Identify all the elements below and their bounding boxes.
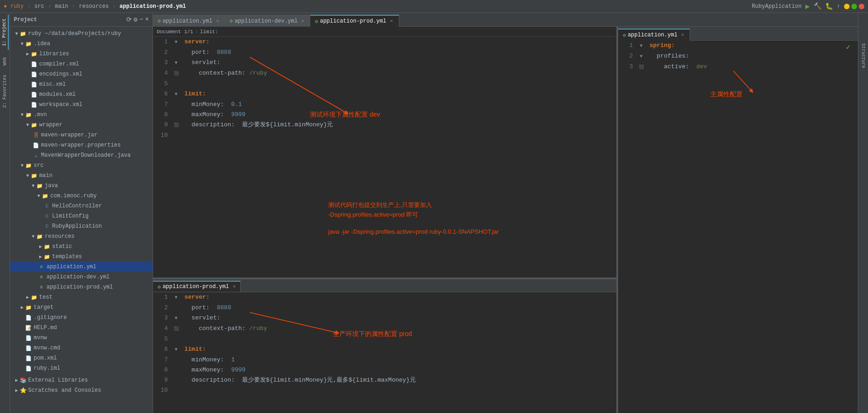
- tree-item-ruby-iml[interactable]: 📄 ruby.iml: [10, 363, 153, 373]
- bottom-tab-prod-yml[interactable]: ⚙ application-prod.yml ×: [153, 281, 241, 292]
- tree-label-main: main: [39, 172, 53, 179]
- top-code-area[interactable]: 1 ▼ server: 2 port: 8888: [153, 37, 616, 277]
- file-icon-app-prod-yml: ⚙: [38, 283, 45, 291]
- tree-arrow-main: ▼: [25, 173, 30, 178]
- gutter-fold-r2: ▼: [640, 54, 643, 59]
- tree-item-gitignore[interactable]: 📄 .gitignore: [10, 313, 153, 323]
- right-code-area[interactable]: ✓ 1 ▼ spring: 2 ▼ profiles:: [618, 41, 858, 413]
- tree-label-app-dev-yml: application-dev.yml: [47, 274, 110, 280]
- tree-item-static[interactable]: ▶ 📁 static: [10, 242, 153, 252]
- minimize-sidebar-icon[interactable]: −: [139, 16, 143, 24]
- right-pane: ⚙ application.yml × ✓ 1 ▼ spring:: [618, 27, 858, 413]
- tree-label-src: src: [34, 162, 44, 169]
- tree-item-app-dev-yml[interactable]: ⚙ application-dev.yml: [10, 272, 153, 282]
- tree-item-libraries[interactable]: ▶ 📁 libraries: [10, 49, 153, 59]
- tree-item-rubyapp[interactable]: C RubyApplication: [10, 221, 153, 231]
- sidebar: Project ⟳ ⚙ − × ▼ 📁 ruby ~/data/deaProje…: [10, 13, 153, 413]
- sidebar-header: Project ⟳ ⚙ − ×: [10, 13, 153, 27]
- tree-item-templates[interactable]: ▶ 📁 templates: [10, 252, 153, 262]
- tree-item-modules-xml[interactable]: 📄 modules.xml: [10, 89, 153, 100]
- tree-item-workspace-xml[interactable]: 📄 workspace.xml: [10, 100, 153, 110]
- breadcrumb-bar: Document 1/1 › limit:: [153, 27, 616, 37]
- tab-right-close[interactable]: ×: [681, 32, 685, 38]
- tree-arrow-wrapper: ▼: [25, 123, 30, 128]
- tab-right-app-yml[interactable]: ⚙ application.yml ×: [618, 29, 690, 41]
- bottom-tab-close[interactable]: ×: [233, 284, 236, 289]
- build-button[interactable]: 🔨: [814, 2, 821, 10]
- tree-item-pkg[interactable]: ▼ 📁 com.imooc.ruby: [10, 191, 153, 201]
- tree-item-mvnw-cmd[interactable]: 📄 mvnw.cmd: [10, 343, 153, 353]
- tree-item-app-yml[interactable]: ⚙ application.yml: [10, 262, 153, 272]
- tab-application-dev-yml[interactable]: ⚙ application-dev.yml ×: [225, 15, 310, 27]
- tree-item-app-prod-yml[interactable]: ⚙ application-prod.yml: [10, 282, 153, 292]
- tab-application-yml[interactable]: ⚙ application.yml ×: [153, 15, 225, 27]
- minimize-btn[interactable]: [844, 4, 850, 9]
- tab-close-app-yml[interactable]: ×: [216, 18, 219, 24]
- tree-item-misc-xml[interactable]: 📄 misc.xml: [10, 79, 153, 89]
- tree-item-maven-jar[interactable]: 🗄 maven-wrapper.jar: [10, 130, 153, 140]
- tree-root[interactable]: ▼ 📁 ruby ~/data/deaProjects/ruby: [10, 29, 153, 39]
- gutter-marker-r3: ⬛: [639, 65, 644, 70]
- title-main: main: [55, 3, 68, 10]
- tree-item-limitconfig[interactable]: C LimitConfig: [10, 211, 153, 221]
- vtab-favorites[interactable]: 2: Favorites: [1, 71, 8, 112]
- tree-item-wrapper[interactable]: ▼ 📁 wrapper: [10, 120, 153, 130]
- tree-item-src[interactable]: ▼ 📁 src: [10, 160, 153, 171]
- code-line-9: 9 ⬛ description: 最少要发${limit.minMoney}元: [153, 120, 616, 130]
- tree-item-ext-libs[interactable]: ▶ 📚 External Libraries: [10, 375, 153, 385]
- vtab-project[interactable]: 1: Project: [1, 15, 9, 50]
- tab-close-prod-yml[interactable]: ×: [390, 18, 393, 24]
- close-sidebar-icon[interactable]: ×: [145, 16, 149, 24]
- tree-label-idea: .idea: [34, 41, 50, 47]
- tree-arrow-idea: ▼: [19, 41, 25, 47]
- tree-label-test: test: [39, 294, 53, 301]
- tree-item-encodings-xml[interactable]: 📄 encodings.xml: [10, 69, 153, 79]
- tree-item-pom-xml[interactable]: 📄 pom.xml: [10, 353, 153, 363]
- git-icon[interactable]: ↑: [837, 3, 840, 10]
- tab-label-app-yml: application.yml: [163, 18, 213, 24]
- tree-item-idea[interactable]: ▼ 📁 .idea: [10, 39, 153, 49]
- run-button[interactable]: ▶: [805, 2, 810, 11]
- folder-icon-src: 📁: [25, 162, 32, 169]
- folder-icon-scratches: ⭐: [19, 387, 27, 394]
- main-layout: 1: Project Web 2: Favorites Project ⟳ ⚙ …: [0, 13, 868, 413]
- tree-item-resources[interactable]: ▼ 📁 resources: [10, 231, 153, 242]
- sidebar-icons: ⟳ ⚙ − ×: [126, 16, 149, 24]
- folder-icon-pkg: 📁: [41, 192, 49, 200]
- tree-item-scratches[interactable]: ▶ ⭐ Scratches and Consoles: [10, 385, 153, 395]
- tab-application-prod-yml[interactable]: ⚙ application-prod.yml ×: [310, 15, 399, 27]
- folder-icon-templates: 📁: [43, 253, 51, 260]
- tab-close-dev-yml[interactable]: ×: [301, 18, 305, 24]
- gutter-marker-9: ⬛: [174, 123, 179, 128]
- debug-button[interactable]: 🐛: [825, 2, 833, 10]
- close-btn[interactable]: [859, 4, 864, 9]
- file-icon-app-dev-yml: ⚙: [38, 273, 45, 281]
- maximize-btn[interactable]: [851, 4, 857, 9]
- vtab-structure[interactable]: Structure: [860, 41, 867, 71]
- tree-item-java[interactable]: ▼ 📁 java: [10, 181, 153, 191]
- tree-label-wrapper: wrapper: [39, 122, 62, 128]
- tree-item-main[interactable]: ▼ 📁 main: [10, 171, 153, 181]
- check-indicator: ✓: [846, 42, 850, 52]
- tree-item-compiler-xml[interactable]: 📄 compiler.xml: [10, 59, 153, 69]
- tree-arrow-scratches: ▶: [14, 388, 19, 393]
- vtab-web[interactable]: Web: [1, 53, 8, 69]
- tree-label-pkg: com.imooc.ruby: [50, 193, 97, 199]
- tree-item-hello[interactable]: C HelloController: [10, 201, 153, 211]
- sync-icon[interactable]: ⟳: [126, 16, 132, 24]
- tree-item-mvnw[interactable]: 📄 mvnw: [10, 333, 153, 343]
- settings-icon[interactable]: ⚙: [134, 16, 137, 24]
- tree-item-maven-props[interactable]: 📄 maven-wrapper.properties: [10, 140, 153, 150]
- breadcrumb-text: Document 1/1: [157, 29, 193, 35]
- gutter-marker-4: ⬛: [174, 71, 179, 76]
- bottom-code-area[interactable]: 1 ▼ server: 2 port: 8888: [153, 292, 616, 413]
- tree-item-help-md[interactable]: 📝 HELP.md: [10, 323, 153, 333]
- bottom-line-4: 4 ⬛ context-path: /ruby: [153, 324, 616, 334]
- tree-item-maven-dl[interactable]: ☕ MavenWrapperDownloader.java: [10, 150, 153, 160]
- tree-label-ext-libs: External Libraries: [28, 377, 88, 384]
- tree-item-target[interactable]: ▶ 📁 target: [10, 302, 153, 313]
- title-ruby: ● ruby: [4, 3, 24, 10]
- right-arrow-svg: [618, 41, 858, 413]
- tree-item-mvn[interactable]: ▼ 📁 .mvn: [10, 110, 153, 120]
- tree-item-test[interactable]: ▶ 📁 test: [10, 292, 153, 302]
